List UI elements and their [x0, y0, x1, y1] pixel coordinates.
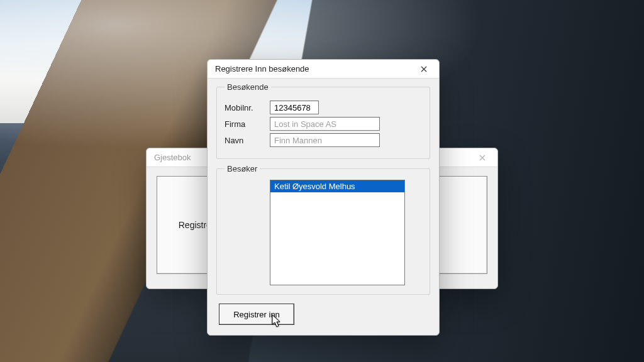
visitor-fieldset: Besøkende Mobilnr. Firma Navn: [216, 82, 430, 159]
mobile-input[interactable]: [270, 101, 319, 114]
firma-label: Firma: [225, 119, 270, 129]
submit-button[interactable]: Registrer inn: [219, 304, 294, 325]
host-fieldset: Besøker Ketil Øyesvold Melhus: [216, 164, 430, 295]
register-visitor-dialog: Registrere Inn besøkende Besøkende Mobil…: [207, 59, 440, 336]
navn-label: Navn: [225, 136, 270, 145]
dialog-titlebar: Registrere Inn besøkende: [208, 60, 439, 79]
dialog-title: Registrere Inn besøkende: [215, 64, 413, 74]
close-icon[interactable]: [471, 150, 494, 166]
list-item[interactable]: Ketil Øyesvold Melhus: [270, 180, 404, 192]
host-listbox[interactable]: Ketil Øyesvold Melhus: [270, 180, 405, 285]
navn-input[interactable]: [270, 133, 380, 147]
firma-input[interactable]: [270, 117, 380, 131]
close-icon[interactable]: [413, 61, 435, 77]
visitor-legend: Besøkende: [225, 82, 271, 92]
mobile-label: Mobilnr.: [225, 103, 270, 112]
host-legend: Besøker: [225, 164, 260, 173]
